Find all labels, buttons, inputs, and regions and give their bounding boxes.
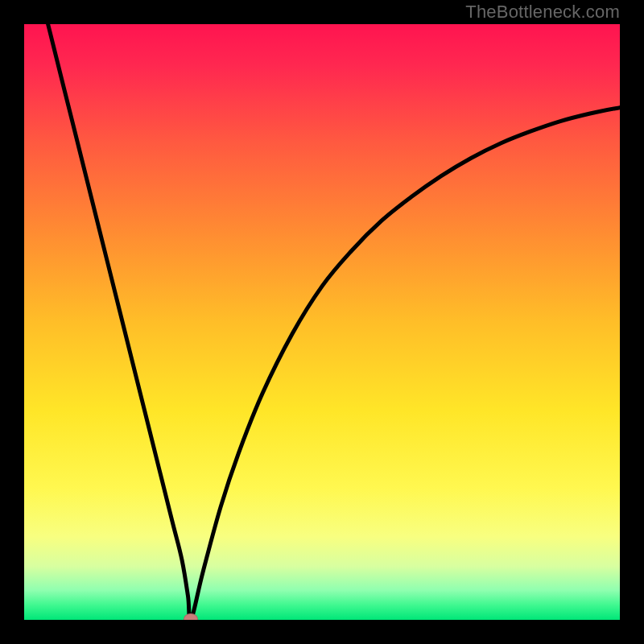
chart-minimum-marker: [184, 613, 198, 620]
chart-plot-area: [24, 24, 620, 620]
chart-curve: [24, 24, 620, 620]
watermark-text: TheBottleneck.com: [465, 2, 620, 23]
